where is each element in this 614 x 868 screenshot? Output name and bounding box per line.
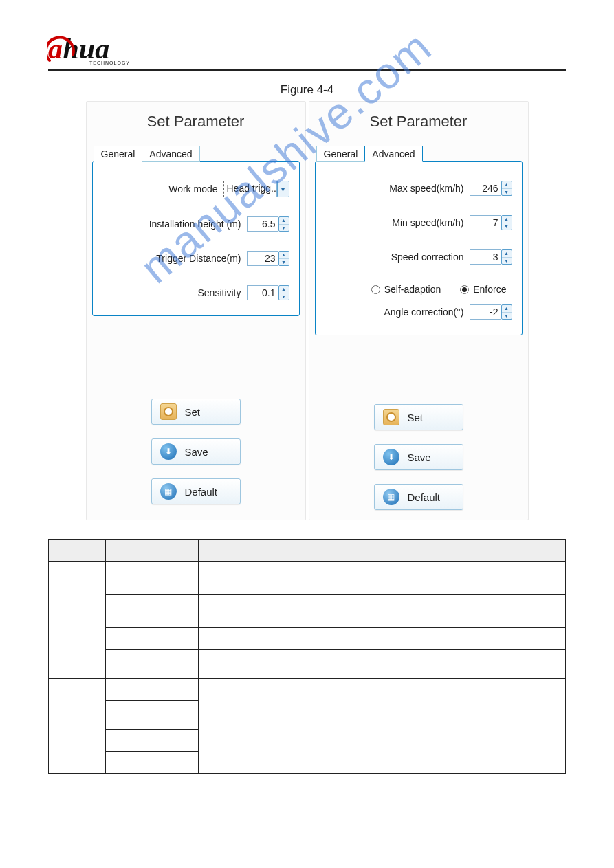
label-angle-correction: Angle correction(°) [384,307,463,318]
label-sensitivity: Sensitivity [197,287,241,298]
label-max-speed: Max speed(km/h) [389,183,463,194]
label-work-mode: Work mode [168,183,217,194]
logo-tagline: TECHNOLOGY [89,60,130,65]
angle-correction-spinner[interactable]: ▲▼ [501,304,512,320]
sensitivity-input[interactable]: 0.1 [247,285,278,300]
set-button-label: Set [408,412,424,423]
table-cell [105,595,198,628]
table-header-note [199,540,566,562]
tab-general[interactable]: General [316,146,366,162]
set-button-label: Set [185,406,201,418]
group-advanced: Max speed(km/h) 246 ▲▼ Min speed(km/h) 7… [315,161,523,335]
angle-mode-radios: Self-adaption Enforce [325,284,507,295]
radio-enforce[interactable]: Enforce [460,284,506,295]
radio-self-adaption[interactable]: Self-adaption [371,284,441,295]
gear-icon [160,403,177,420]
table-header-tab [49,540,106,562]
table-row [49,650,566,679]
table-cell [199,595,566,628]
save-button[interactable]: Save [151,438,241,465]
panel-advanced: Set Parameter General Advanced Max speed… [309,101,529,520]
default-button[interactable]: Default [151,478,241,504]
tab-general[interactable]: General [94,146,143,162]
gear-icon [383,409,399,425]
table-cell [49,679,106,774]
table-cell [105,562,198,595]
logo-a: a [48,34,63,63]
chevron-down-icon[interactable] [277,181,289,197]
figure-caption: Figure 4-4 [48,83,566,97]
panel-title: Set Parameter [92,113,300,131]
label-speed-correction: Speed correction [391,252,464,263]
table-cell [105,650,198,679]
brand-logo: a hua TECHNOLOGY [48,34,566,65]
save-button[interactable]: Save [374,444,463,470]
default-icon [383,489,399,505]
set-button[interactable]: Set [374,404,463,430]
angle-correction-input[interactable]: -2 [470,304,501,320]
radio-icon [371,285,380,294]
table-cell [105,752,198,774]
table-cell [199,628,566,650]
save-icon [383,449,399,465]
label-min-speed: Min speed(km/h) [392,217,463,228]
trigger-distance-input[interactable]: 23 [247,251,278,266]
sensitivity-spinner[interactable]: ▲▼ [278,285,289,300]
table-row [49,562,566,595]
table-cell [105,701,198,730]
save-icon [160,443,177,460]
max-speed-spinner[interactable]: ▲▼ [501,181,512,196]
table-row [49,595,566,628]
panel-title: Set Parameter [315,113,523,131]
default-icon [160,483,177,500]
logo-hua: hua [63,34,109,63]
min-speed-input[interactable]: 7 [470,215,501,230]
default-button-label: Default [408,491,441,503]
work-mode-select[interactable]: Head trigg... [223,181,289,197]
table-row [49,628,566,650]
label-install-height: Installation height (m) [149,219,241,230]
table-header-param [105,540,198,562]
tabs-right: General Advanced [316,146,523,162]
panel-general: Set Parameter General Advanced Work mode… [86,101,306,520]
tab-advanced[interactable]: Advanced [142,146,199,162]
table-cell [105,730,198,752]
speed-correction-input[interactable]: 3 [470,249,501,265]
table-cell [49,562,106,679]
speed-correction-spinner[interactable]: ▲▼ [501,249,512,265]
table-cell [105,679,198,701]
parameter-table [48,539,566,774]
set-button[interactable]: Set [151,399,241,425]
tabs-left: General Advanced [94,146,300,162]
radio-icon [460,285,469,294]
table-cell [199,650,566,679]
save-button-label: Save [185,446,208,458]
table-cell [105,628,198,650]
table-cell [199,562,566,595]
install-height-spinner[interactable]: ▲▼ [278,216,289,232]
radio-self-adaption-label: Self-adaption [384,284,441,295]
group-general: Work mode Head trigg... Installation hei… [92,161,300,316]
table-row [49,679,566,701]
radio-enforce-label: Enforce [473,284,506,295]
default-button[interactable]: Default [374,484,463,510]
label-trigger-distance: Trigger Distance(m) [156,253,241,264]
table-cell [199,679,566,774]
header-rule [48,69,566,71]
save-button-label: Save [408,452,431,463]
min-speed-spinner[interactable]: ▲▼ [501,215,512,230]
trigger-distance-spinner[interactable]: ▲▼ [278,251,289,266]
work-mode-value: Head trigg... [224,181,277,197]
default-button-label: Default [185,486,218,498]
max-speed-input[interactable]: 246 [470,181,501,196]
install-height-input[interactable]: 6.5 [247,216,278,232]
tab-advanced[interactable]: Advanced [364,146,422,162]
